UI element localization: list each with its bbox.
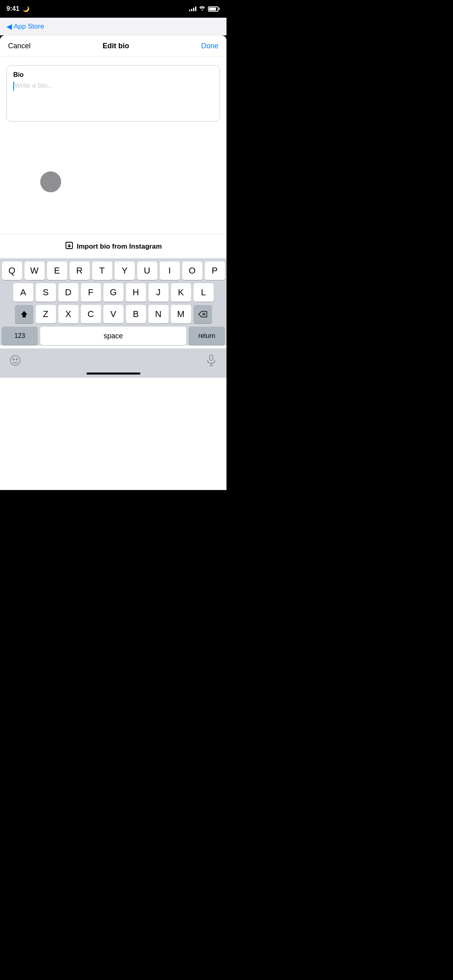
- key-n[interactable]: N: [148, 305, 169, 323]
- svg-point-0: [202, 10, 203, 11]
- key-m[interactable]: M: [171, 305, 191, 323]
- cancel-button[interactable]: Cancel: [8, 42, 31, 50]
- key-i[interactable]: I: [160, 261, 180, 280]
- signal-bars-icon: [189, 6, 196, 11]
- return-key[interactable]: return: [189, 327, 225, 345]
- key-r[interactable]: R: [70, 261, 90, 280]
- svg-marker-3: [21, 311, 27, 317]
- numbers-label: 123: [14, 332, 25, 340]
- numbers-key[interactable]: 123: [2, 327, 38, 345]
- key-f[interactable]: F: [81, 283, 101, 302]
- done-button[interactable]: Done: [201, 42, 218, 50]
- key-j[interactable]: J: [148, 283, 169, 302]
- svg-rect-9: [210, 355, 213, 360]
- svg-point-6: [10, 356, 20, 365]
- key-o[interactable]: O: [182, 261, 202, 280]
- battery-icon: [208, 6, 218, 12]
- keyboard-row-3: Z X C V B N M: [2, 305, 225, 323]
- status-icons: [189, 6, 218, 12]
- key-w[interactable]: W: [25, 261, 45, 280]
- key-y[interactable]: Y: [115, 261, 135, 280]
- home-indicator: [0, 371, 226, 378]
- key-b[interactable]: B: [126, 305, 146, 323]
- bio-label: Bio: [13, 71, 213, 78]
- svg-point-7: [13, 359, 14, 360]
- return-label: return: [198, 332, 215, 340]
- home-bar: [86, 373, 140, 375]
- app-store-nav[interactable]: ◀ App Store: [0, 18, 226, 35]
- key-c[interactable]: C: [81, 305, 101, 323]
- moon-icon: 🌙: [23, 6, 29, 12]
- key-d[interactable]: D: [58, 283, 78, 302]
- bio-placeholder: Write a bio...: [14, 82, 53, 90]
- microphone-key[interactable]: [202, 352, 220, 369]
- import-bio-button[interactable]: Import bio from Instagram: [0, 234, 226, 258]
- status-bar: 9:41 🌙: [0, 0, 226, 18]
- key-v[interactable]: V: [103, 305, 124, 323]
- key-s[interactable]: S: [36, 283, 56, 302]
- key-a[interactable]: A: [13, 283, 33, 302]
- key-l[interactable]: L: [194, 283, 214, 302]
- edit-bio-header: Cancel Edit bio Done: [0, 35, 226, 57]
- space-key[interactable]: space: [40, 327, 186, 345]
- key-g[interactable]: G: [103, 283, 124, 302]
- back-chevron-icon: ◀: [6, 22, 12, 31]
- import-icon: [65, 241, 74, 252]
- edit-bio-title: Edit bio: [103, 42, 129, 50]
- keyboard-bottom-bar: [0, 348, 226, 371]
- middle-area: [0, 130, 226, 234]
- key-u[interactable]: U: [137, 261, 157, 280]
- back-label: App Store: [14, 23, 44, 31]
- key-q[interactable]: Q: [2, 261, 22, 280]
- bio-section: Bio Write a bio...: [0, 57, 226, 130]
- shift-key[interactable]: [15, 305, 33, 323]
- status-time: 9:41: [6, 5, 19, 12]
- key-t[interactable]: T: [92, 261, 112, 280]
- edit-bio-modal: Cancel Edit bio Done Bio Write a bio... …: [0, 35, 226, 490]
- import-bio-label: Import bio from Instagram: [77, 243, 162, 251]
- key-x[interactable]: X: [58, 305, 78, 323]
- delete-key[interactable]: [194, 305, 212, 323]
- key-e[interactable]: E: [47, 261, 67, 280]
- keyboard-row-2: A S D F G H J K L: [2, 283, 225, 302]
- bio-cursor: [13, 82, 14, 91]
- key-z[interactable]: Z: [36, 305, 56, 323]
- drag-handle: [40, 171, 61, 192]
- keyboard[interactable]: Q W E R T Y U I O P A S D F G H J K L: [0, 258, 226, 345]
- key-p[interactable]: P: [205, 261, 225, 280]
- back-button[interactable]: ◀ App Store: [6, 22, 44, 31]
- key-k[interactable]: K: [171, 283, 191, 302]
- keyboard-row-bottom: 123 space return: [2, 327, 225, 345]
- space-label: space: [103, 332, 123, 340]
- key-h[interactable]: H: [126, 283, 146, 302]
- keyboard-row-1: Q W E R T Y U I O P: [2, 261, 225, 280]
- svg-point-8: [16, 359, 18, 360]
- emoji-key[interactable]: [6, 352, 24, 369]
- bio-input-wrapper: Write a bio...: [13, 82, 213, 91]
- wifi-icon: [199, 6, 206, 12]
- bio-card[interactable]: Bio Write a bio...: [6, 65, 220, 121]
